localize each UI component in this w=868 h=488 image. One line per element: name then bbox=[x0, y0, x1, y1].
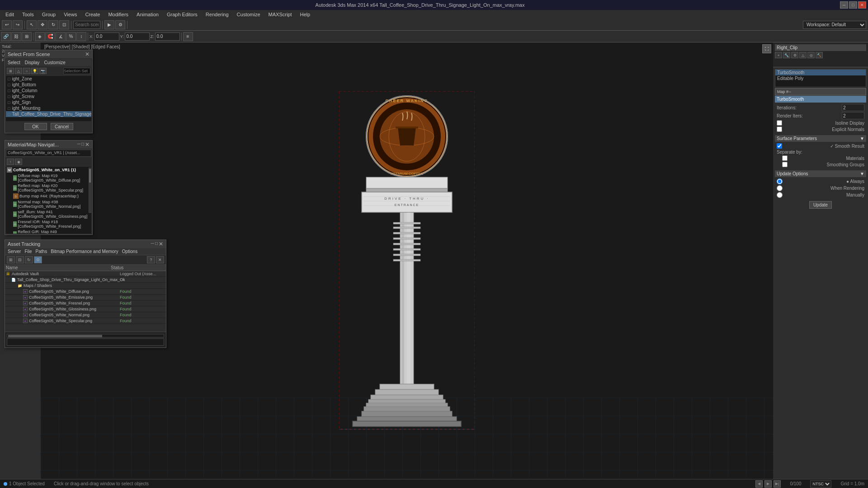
at-row-max-file[interactable]: 📄 Tall_Coffee_Shop_Drive_Thru_Signage_Li… bbox=[5, 277, 166, 283]
at-tb-1[interactable]: ⊞ bbox=[7, 256, 15, 263]
materials-checkbox[interactable] bbox=[782, 155, 788, 161]
display-tab[interactable]: ◎ bbox=[807, 52, 815, 58]
at-tb-3[interactable]: ↻ bbox=[25, 256, 33, 263]
manually-radio[interactable] bbox=[777, 192, 783, 198]
at-min-btn[interactable]: ─ bbox=[151, 241, 154, 247]
surface-params-header[interactable]: Surface Parameters ▼ bbox=[775, 135, 866, 142]
at-row-diffuse[interactable]: ▪ CoffeeSign05_White_Diffuse.png Found bbox=[5, 289, 166, 295]
mat-nav-max[interactable]: □ bbox=[81, 141, 84, 148]
scene-item-2[interactable]: ight_Column bbox=[6, 88, 91, 94]
select-scene-header[interactable]: Select From Scene ✕ bbox=[5, 50, 92, 58]
hierarchy-tab[interactable]: ⚙ bbox=[791, 52, 798, 58]
scene-tb-lights[interactable]: 💡 bbox=[31, 68, 38, 74]
when-rendering-radio[interactable] bbox=[777, 185, 783, 191]
menu-animation[interactable]: Animation bbox=[133, 11, 162, 18]
scene-item-3[interactable]: ight_Screw bbox=[6, 94, 91, 99]
select-scene-close[interactable]: ✕ bbox=[85, 51, 90, 57]
scene-item-6[interactable]: Tall_Coffee_Shop_Drive_Thru_Signage_Ligh… bbox=[6, 111, 91, 117]
smooth-result-checkbox[interactable] bbox=[777, 143, 782, 149]
asset-tracking-header[interactable]: Asset Tracking ─ □ ✕ bbox=[5, 240, 166, 248]
mat-child-5[interactable]: m Fresnel IOR: Map #18 [CoffeeSign05_Whi… bbox=[6, 219, 91, 229]
minimize-btn[interactable]: ─ bbox=[840, 1, 848, 9]
at-menu-bitmap[interactable]: Bitmap Performance and Memory bbox=[51, 249, 118, 254]
spinner-snap-btn[interactable]: ↕ bbox=[76, 32, 86, 41]
at-menu-options[interactable]: Options bbox=[122, 249, 137, 254]
at-tb-4-active[interactable]: ⚙ bbox=[34, 256, 42, 263]
menu-graph-editors[interactable]: Graph Editors bbox=[163, 11, 201, 18]
next-frame-btn[interactable]: ▶| bbox=[774, 480, 781, 488]
mat-root-node[interactable]: M CoffeeSign05_White_on_VR1 (1) bbox=[6, 167, 91, 173]
scene-tb-all[interactable]: ⊞ bbox=[7, 68, 14, 74]
select-filter-btn[interactable]: ◈ bbox=[35, 32, 45, 41]
scene-cancel-btn[interactable]: Cancel bbox=[51, 123, 73, 130]
move-btn[interactable]: ✥ bbox=[38, 20, 47, 29]
scale-btn[interactable]: ⊡ bbox=[59, 20, 69, 29]
x-input[interactable] bbox=[94, 33, 119, 41]
at-row-vault[interactable]: 🏛 Autodesk Vault Logged Out (Asse... bbox=[5, 271, 166, 277]
scene-item-5[interactable]: ight_Mounting bbox=[6, 105, 91, 111]
scene-menu-select[interactable]: Select bbox=[8, 60, 20, 65]
menu-maxscript[interactable]: MAXScript bbox=[265, 11, 296, 18]
iterations-input[interactable] bbox=[842, 104, 864, 111]
menu-customize[interactable]: Customize bbox=[233, 11, 264, 18]
scene-menu-customize[interactable]: Customize bbox=[44, 60, 66, 65]
update-button[interactable]: Update bbox=[809, 201, 832, 209]
explicit-checkbox[interactable] bbox=[777, 127, 782, 132]
at-row-glossiness[interactable]: ▪ CoffeeSign05_White_Glossiness.png Foun… bbox=[5, 306, 166, 312]
modifier-turbosmo[interactable]: TurboSmooth bbox=[775, 70, 866, 75]
scene-item-1[interactable]: ight_Bottom bbox=[6, 82, 91, 88]
angle-snap-btn[interactable]: ∡ bbox=[56, 32, 66, 41]
scene-search-input[interactable] bbox=[63, 68, 90, 74]
layer-btn[interactable]: ≡ bbox=[183, 32, 193, 41]
mat-child-1[interactable]: m Reflect map: Map #20 [CoffeeSign05_Whi… bbox=[6, 183, 91, 193]
at-tb-2[interactable]: ⊟ bbox=[16, 256, 24, 263]
at-row-emissive[interactable]: ▪ CoffeeSign05_White_Emissive.png Found bbox=[5, 295, 166, 300]
select-btn[interactable]: ↖ bbox=[27, 20, 37, 29]
create-tab[interactable]: + bbox=[775, 52, 782, 58]
scene-tb-cam[interactable]: 📷 bbox=[39, 68, 47, 74]
scene-ok-btn[interactable]: OK bbox=[24, 123, 47, 130]
at-input-bar[interactable] bbox=[7, 338, 164, 346]
mat-child-6[interactable]: m Reflect GIR: Map #49 [CoffeeSign05_Whi… bbox=[6, 229, 91, 234]
menu-tools[interactable]: Tools bbox=[19, 11, 38, 18]
snap-btn[interactable]: 🧲 bbox=[45, 32, 55, 41]
mat-nav-view-btn[interactable]: ◉ bbox=[15, 159, 22, 165]
close-btn[interactable]: ✕ bbox=[858, 1, 866, 9]
z-input[interactable] bbox=[155, 33, 180, 41]
frame-rate-select[interactable]: NTSC bbox=[810, 480, 831, 488]
y-input[interactable] bbox=[125, 33, 150, 41]
at-row-fresnel[interactable]: ▪ CoffeeSign05_White_Fresnel.png Found bbox=[5, 300, 166, 306]
maximize-btn[interactable]: □ bbox=[849, 1, 857, 9]
at-horizontal-scrollbar[interactable] bbox=[7, 334, 164, 338]
scene-tb-geo[interactable]: △ bbox=[15, 68, 22, 74]
scene-menu-display[interactable]: Display bbox=[25, 60, 40, 65]
render-btn[interactable]: ▶ bbox=[104, 20, 114, 29]
mat-nav-close[interactable]: ✕ bbox=[85, 141, 90, 148]
always-radio[interactable] bbox=[777, 178, 783, 184]
unlink-btn[interactable]: ⛓ bbox=[11, 32, 21, 41]
at-tb-close[interactable]: ✕ bbox=[156, 256, 164, 263]
mat-nav-scrollbar[interactable] bbox=[89, 168, 91, 213]
mat-child-2[interactable]: b Bump map #44: (RaytracerMap:) bbox=[6, 193, 91, 199]
at-menu-paths[interactable]: Paths bbox=[36, 249, 47, 254]
at-menu-file[interactable]: File bbox=[24, 249, 32, 254]
menu-create[interactable]: Create bbox=[81, 11, 104, 18]
menu-modifiers[interactable]: Modifiers bbox=[104, 11, 132, 18]
menu-views[interactable]: Views bbox=[60, 11, 80, 18]
mat-nav-header[interactable]: Material/Map Navigat... ─ □ ✕ bbox=[5, 141, 92, 149]
rotate-btn[interactable]: ↻ bbox=[48, 20, 58, 29]
modify-tab[interactable]: 🔧 bbox=[783, 52, 790, 58]
mat-nav-up-btn[interactable]: ↑ bbox=[7, 159, 14, 165]
scene-item-4[interactable]: ight_Sign bbox=[6, 99, 91, 105]
at-max-btn[interactable]: □ bbox=[155, 241, 158, 247]
render-setup-btn[interactable]: ⚙ bbox=[115, 20, 125, 29]
workspace-select[interactable]: Workspace: Default bbox=[803, 21, 866, 29]
undo-btn[interactable]: ↩ bbox=[2, 20, 12, 29]
render-iters-input[interactable] bbox=[842, 112, 864, 119]
menu-edit[interactable]: Edit bbox=[2, 11, 18, 18]
play-btn[interactable]: ▶ bbox=[764, 480, 772, 488]
motion-tab[interactable]: △ bbox=[799, 52, 807, 58]
isoline-checkbox[interactable] bbox=[777, 120, 782, 126]
link-btn[interactable]: 🔗 bbox=[1, 32, 11, 41]
viewport-maximize-btn[interactable]: ⛶ bbox=[762, 44, 771, 53]
